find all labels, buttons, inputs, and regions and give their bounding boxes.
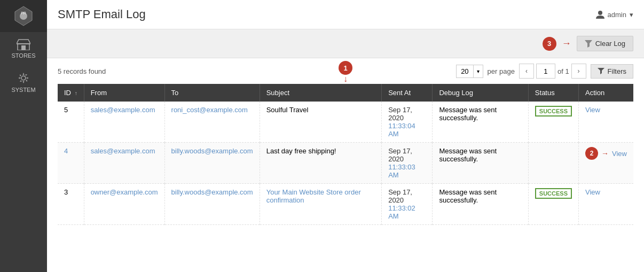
sidebar-item-stores-label: STORES: [11, 52, 35, 59]
cell-id: 3: [58, 184, 84, 225]
annotation-1-area: 1 ↓: [339, 61, 352, 83]
cell-to: roni_cost@example.com: [164, 102, 260, 143]
table-row: 4 sales@example.com billy.woods@example.…: [58, 143, 633, 184]
email-log-table: ID ↑ From To Subject Sent At: [58, 84, 633, 225]
table-row: 5 sales@example.com roni_cost@example.co…: [58, 102, 633, 143]
cell-to: billy.woods@example.com: [164, 184, 260, 225]
sidebar: PR STORES SYSTEM: [0, 0, 47, 272]
user-menu[interactable]: admin ▾: [596, 10, 633, 19]
svg-point-6: [21, 76, 26, 80]
annotation-1-bubble: 1: [339, 61, 352, 75]
page-number-input[interactable]: [536, 64, 555, 79]
cell-from: sales@example.com: [84, 143, 164, 184]
clear-log-button[interactable]: Clear Log: [577, 36, 633, 51]
col-header-status: Status: [528, 84, 578, 102]
page-of-label: of 1: [557, 67, 569, 75]
svg-text:PR: PR: [21, 11, 26, 15]
svg-marker-9: [598, 68, 604, 74]
from-email-link[interactable]: owner@example.com: [91, 188, 158, 196]
store-icon: [17, 38, 30, 50]
view-link[interactable]: View: [612, 150, 627, 158]
status-badge: SUCCESS: [535, 188, 572, 199]
cell-subject: Soulful Travel: [260, 102, 381, 143]
table-row: 3 owner@example.com billy.woods@example.…: [58, 184, 633, 225]
next-page-button[interactable]: ›: [571, 64, 586, 79]
annotation-1-arrow: ↓: [343, 75, 348, 83]
cell-sent-at: Sep 17, 2020 11:33:04 AM: [382, 102, 433, 143]
per-page-dropdown[interactable]: ▾: [474, 66, 483, 76]
svg-marker-8: [585, 40, 592, 48]
to-email-link[interactable]: billy.woods@example.com: [171, 147, 253, 155]
subject-link[interactable]: Your Main Website Store order confirmati…: [266, 188, 361, 204]
col-header-debug-log: Debug Log: [433, 84, 528, 102]
cell-id: 5: [58, 102, 84, 143]
filters-button[interactable]: Filters: [591, 64, 633, 79]
per-page-select: 20 ▾ per page: [456, 65, 515, 78]
page-title: SMTP Email Log: [58, 7, 146, 21]
sidebar-item-stores[interactable]: STORES: [0, 32, 47, 65]
per-page-value: 20: [457, 65, 473, 77]
filter-clear-icon: [585, 40, 592, 48]
sidebar-item-system[interactable]: SYSTEM: [0, 65, 47, 99]
from-email-link[interactable]: sales@example.com: [91, 147, 155, 155]
cell-sent-at: Sep 17, 2020 11:33:03 AM: [382, 143, 433, 184]
col-header-subject: Subject: [260, 84, 381, 102]
main-content: SMTP Email Log admin ▾ 3 → Clear Log: [47, 0, 644, 272]
user-name: admin: [608, 11, 626, 19]
toolbar-right: 20 ▾ per page ‹ of 1 › Filters: [456, 64, 633, 79]
prev-page-button[interactable]: ‹: [519, 64, 534, 79]
view-link[interactable]: View: [585, 188, 600, 196]
status-badge: SUCCESS: [535, 106, 572, 116]
clear-log-label: Clear Log: [595, 40, 625, 48]
records-found: 5 records found: [58, 67, 106, 75]
cell-id: 4: [58, 143, 84, 184]
cell-debug-log: Message was sent successfully.: [433, 102, 528, 143]
cell-sent-at: Sep 17, 2020 11:33:02 AM: [382, 184, 433, 225]
user-icon: [596, 10, 604, 19]
sidebar-item-system-label: SYSTEM: [11, 87, 35, 93]
pagination: ‹ of 1 ›: [519, 64, 586, 79]
to-email-link[interactable]: billy.woods@example.com: [171, 188, 253, 196]
sent-time: 11:33:03 AM: [388, 163, 426, 179]
sent-date: Sep 17, 2020: [388, 188, 426, 204]
col-header-to: To: [164, 84, 260, 102]
table-header-row: ID ↑ From To Subject Sent At: [58, 84, 633, 102]
user-dropdown-arrow: ▾: [630, 11, 633, 19]
filters-label: Filters: [608, 67, 626, 75]
cell-action: 2 → View: [579, 143, 633, 184]
id-link[interactable]: 4: [64, 147, 68, 155]
col-header-from: From: [84, 84, 164, 102]
per-page-label: per page: [488, 67, 515, 75]
sent-time: 11:33:02 AM: [388, 204, 426, 220]
col-header-sent-at: Sent At: [382, 84, 433, 102]
sort-icon-id[interactable]: ↑: [75, 90, 77, 96]
sent-time: 11:33:04 AM: [388, 122, 426, 138]
svg-rect-5: [21, 45, 26, 50]
cell-action: View: [579, 184, 633, 225]
col-header-id: ID ↑: [58, 84, 84, 102]
cell-from: owner@example.com: [84, 184, 164, 225]
view-link[interactable]: View: [585, 106, 600, 114]
from-email-link[interactable]: sales@example.com: [91, 106, 155, 114]
cell-subject: Last day free shipping!: [260, 143, 381, 184]
table-body: 5 sales@example.com roni_cost@example.co…: [58, 102, 633, 225]
action-bar: 3 → Clear Log: [47, 29, 644, 58]
plumrocket-logo-icon: PR: [12, 4, 35, 28]
row4-action-area: 2 → View: [585, 147, 627, 160]
sent-date: Sep 17, 2020: [388, 106, 426, 122]
cell-action: View: [579, 102, 633, 143]
toolbar-row: 5 records found 1 ↓ 20 ▾ per page ‹ of 1…: [47, 58, 644, 84]
annotation-3-arrow: →: [562, 38, 571, 49]
per-page-box: 20 ▾: [456, 65, 483, 78]
cell-from: sales@example.com: [84, 102, 164, 143]
cell-status: [528, 143, 578, 184]
col-header-action: Action: [579, 84, 633, 102]
svg-point-7: [598, 11, 602, 15]
sent-date: Sep 17, 2020: [388, 147, 426, 163]
cell-debug-log: Message was sent successfully.: [433, 184, 528, 225]
filter-icon: [598, 68, 604, 74]
to-email-link[interactable]: roni_cost@example.com: [171, 106, 248, 114]
cell-to: billy.woods@example.com: [164, 143, 260, 184]
cell-status: SUCCESS: [528, 102, 578, 143]
table-container: ID ↑ From To Subject Sent At: [47, 84, 644, 272]
